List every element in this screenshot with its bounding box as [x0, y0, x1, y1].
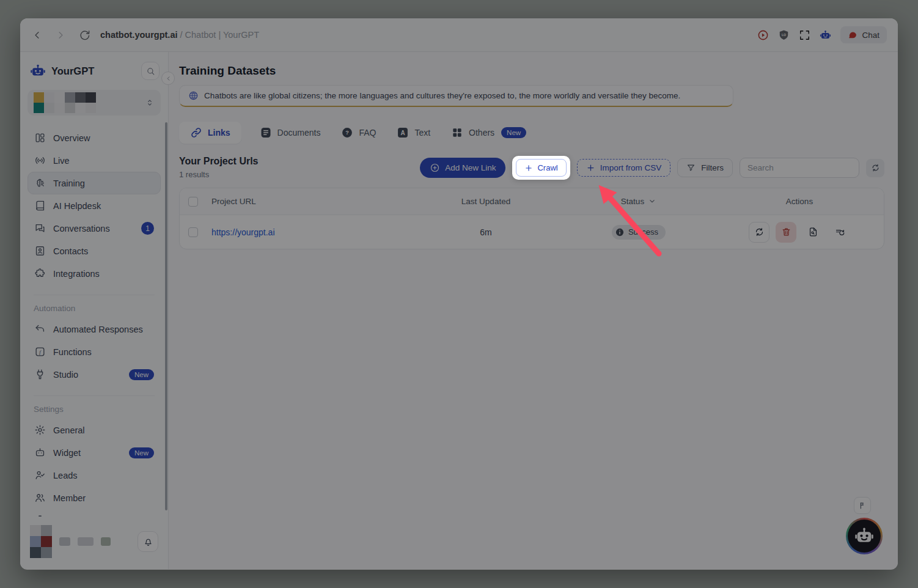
plus-icon	[524, 164, 533, 172]
crawl-button-spotlight: Crawl	[512, 156, 570, 180]
red-pointer-arrow	[568, 180, 672, 263]
crawl-label: Crawl	[537, 163, 557, 172]
dim-overlay	[0, 0, 918, 588]
crawl-button[interactable]: Crawl	[516, 159, 566, 177]
screenshot-stage: chatbot.yourgpt.ai / Chatbot | YourGPT L…	[0, 0, 918, 588]
